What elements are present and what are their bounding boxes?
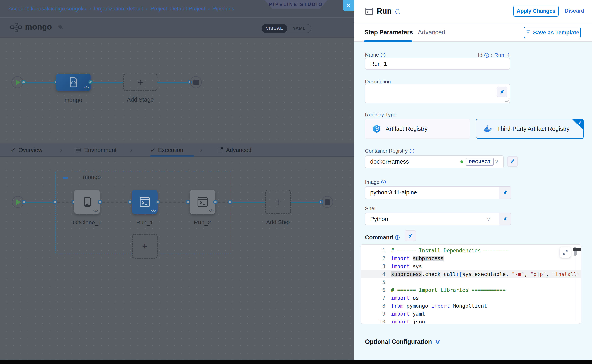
collapse-group-icon[interactable] <box>62 177 68 179</box>
panel-title: Run <box>377 7 392 15</box>
scope-badge: PROJECT <box>465 158 494 166</box>
registry-type-label: Registry Type <box>365 112 396 118</box>
optional-configuration-label: Optional Configuration <box>365 338 432 345</box>
code-badge-icon: </> <box>84 85 89 90</box>
selected-check-icon: ✓ <box>578 120 582 125</box>
description-textarea[interactable] <box>365 84 510 103</box>
shell-select[interactable]: Python ∨ <box>365 213 511 226</box>
breadcrumb-organization[interactable]: Organization: default <box>94 6 143 12</box>
info-icon[interactable]: i <box>395 235 400 240</box>
chevron-right-icon: › <box>200 145 202 154</box>
panel-header: Run i Apply Changes Discard <box>354 0 592 23</box>
toggle-yaml[interactable]: YAML <box>287 24 311 32</box>
stage-label: mongo <box>65 97 82 103</box>
apply-changes-button[interactable]: Apply Changes <box>513 6 558 17</box>
connector-port <box>155 200 160 204</box>
tab-step-parameters[interactable]: Step Parameters <box>364 29 413 36</box>
chevron-down-icon[interactable]: ∨ <box>495 159 499 165</box>
breadcrumb: Account: kurosakiichigo.songoku › Organi… <box>9 0 234 17</box>
registry-option-label: Artifact Registry <box>386 125 428 132</box>
optional-configuration-toggle[interactable]: Optional Configuration ∨ <box>365 338 440 345</box>
check-icon: ✓ <box>150 147 155 154</box>
add-parallel-step-node[interactable]: + <box>132 234 158 259</box>
pin-runtime-input-button[interactable] <box>497 87 507 97</box>
registry-option-artifact[interactable]: Artifact Registry <box>365 119 470 139</box>
command-code-editor[interactable]: 1# ====== Install Dependencies ========2… <box>361 244 581 324</box>
tab-advanced-label: Advanced <box>226 147 251 153</box>
close-panel-button[interactable]: ✕ <box>343 0 354 11</box>
container-registry-input[interactable]: dockerHarness PROJECT ∨ <box>365 155 504 168</box>
connector-dotted-line <box>57 202 72 202</box>
container-registry-label: Container Registryi <box>365 148 414 154</box>
breadcrumb-pipelines[interactable]: Pipelines <box>213 6 235 12</box>
breadcrumb-project[interactable]: Project: Default Project <box>151 6 205 12</box>
code-line: 10import json <box>361 318 581 324</box>
info-icon[interactable]: i <box>410 149 414 153</box>
save-as-template-button[interactable]: Save as Template <box>524 27 580 38</box>
environment-icon <box>75 147 81 153</box>
plus-icon: + <box>142 242 148 251</box>
step-node-gitclone-1[interactable]: </> <box>74 190 100 214</box>
id-value-link[interactable]: Run_1 <box>494 52 510 58</box>
code-line: 4subprocess.check_call([sys.executable, … <box>361 270 581 278</box>
pipeline-end-node[interactable] <box>190 76 202 88</box>
shell-label: Shell <box>365 206 377 212</box>
editor-scrollbar-track <box>575 246 575 322</box>
editor-scroll-marker <box>573 248 581 251</box>
pin-icon <box>499 89 505 95</box>
add-step-node[interactable]: + <box>265 190 291 214</box>
step-node-run-1[interactable]: </> <box>132 190 158 214</box>
connector-port <box>186 200 190 204</box>
breadcrumb-separator-icon: › <box>146 6 148 12</box>
resize-handle[interactable] <box>505 99 510 102</box>
step-node-run-2[interactable]: </> <box>189 190 215 214</box>
edit-pipeline-icon[interactable]: ✎ <box>58 24 63 32</box>
connector-line <box>91 82 123 83</box>
step-label: Run_1 <box>136 219 153 226</box>
image-input[interactable]: python:3.11-alpine <box>365 186 511 199</box>
connector-line <box>24 82 57 83</box>
pin-runtime-input-button[interactable] <box>499 187 511 199</box>
chevron-right-icon: › <box>130 145 132 154</box>
info-icon[interactable]: i <box>484 53 489 58</box>
pin-runtime-input-button[interactable] <box>507 156 518 167</box>
step-label: GitClone_1 <box>73 219 101 226</box>
tab-advanced[interactable]: Advanced <box>418 29 445 36</box>
info-icon[interactable]: i <box>381 52 385 57</box>
check-icon: ✓ <box>11 147 16 154</box>
pin-runtime-input-button[interactable] <box>499 213 511 225</box>
execution-end-node[interactable] <box>321 196 333 208</box>
registry-option-label: Third-Party Artifact Registry <box>497 125 570 132</box>
registry-option-third-party[interactable]: Third-Party Artifact Registry ✓ <box>476 119 584 139</box>
play-icon <box>16 80 20 85</box>
discard-button[interactable]: Discard <box>565 8 584 14</box>
info-icon[interactable]: i <box>381 180 386 184</box>
plus-icon: + <box>137 77 143 87</box>
upload-icon <box>525 30 531 35</box>
stop-icon <box>193 80 199 85</box>
breadcrumb-account[interactable]: Account: kurosakiichigo.songoku <box>9 6 87 12</box>
connectivity-status-dot <box>460 161 463 163</box>
pin-runtime-input-button[interactable] <box>405 230 416 241</box>
code-badge-icon: </> <box>93 209 98 213</box>
connector-port <box>21 80 26 84</box>
tab-execution[interactable]: ✓ Execution <box>150 143 183 156</box>
add-step-label: Add Step <box>266 219 290 226</box>
code-line: 2import subprocess <box>361 254 581 262</box>
code-badge-icon: </> <box>209 209 214 213</box>
info-icon[interactable]: i <box>395 9 400 14</box>
active-tab-underline <box>150 155 194 156</box>
connector-port <box>98 200 102 204</box>
tab-advanced[interactable]: Advanced <box>217 143 251 156</box>
bottom-system-bar <box>0 360 592 364</box>
stage-node-mongo[interactable]: </> <box>56 73 91 91</box>
tab-environment[interactable]: Environment <box>75 143 116 156</box>
command-label: Commandi <box>365 234 400 241</box>
tab-overview[interactable]: ✓ Overview <box>11 143 42 156</box>
expand-editor-button[interactable] <box>560 247 571 258</box>
toggle-visual[interactable]: VISUAL <box>262 24 287 33</box>
add-stage-node[interactable]: + <box>123 73 157 91</box>
name-input[interactable]: Run_1 <box>365 58 510 70</box>
pipeline-editor: Account: kurosakiichigo.songoku › Organi… <box>0 0 354 360</box>
connector-port <box>128 200 132 204</box>
